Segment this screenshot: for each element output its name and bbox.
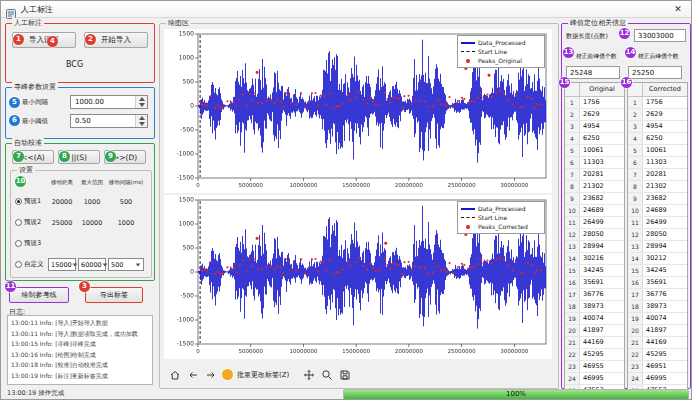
peak-value-cell[interactable]: 30212	[643, 253, 687, 264]
chevron-down-icon[interactable]	[136, 263, 141, 266]
peak-value-cell[interactable]: 46951	[643, 361, 687, 372]
table-row[interactable]: 2346951	[628, 361, 687, 373]
table-row[interactable]: 2245295	[628, 349, 687, 361]
table-row[interactable]: 1534245	[565, 265, 624, 277]
table-row[interactable]: 1736776	[565, 289, 624, 301]
custom-value-input-3[interactable]: 500	[108, 258, 144, 271]
custom-value-input-2[interactable]: 60000	[78, 258, 106, 271]
peak-value-cell[interactable]: 38973	[580, 301, 624, 312]
batch-edit-labels-button[interactable]: 批量更改标签(Z)	[237, 370, 289, 380]
peak-value-cell[interactable]: 45295	[580, 349, 624, 360]
table-row[interactable]: 510061	[628, 145, 687, 157]
peak-value-cell[interactable]: 11303	[580, 157, 624, 168]
table-row[interactable]: 46250	[565, 133, 624, 145]
preset-radio-1[interactable]: 预设1	[13, 197, 47, 206]
table-row[interactable]: 1838973	[628, 301, 687, 313]
draw-reference-button[interactable]: 绘制参考线	[9, 287, 69, 303]
table-row[interactable]: 1430212	[628, 253, 687, 265]
peak-value-cell[interactable]: 1756	[580, 97, 624, 108]
peak-value-cell[interactable]: 1756	[643, 97, 687, 108]
peak-value-cell[interactable]: 23682	[580, 193, 624, 204]
table-row[interactable]: 2346955	[565, 361, 624, 373]
table-row[interactable]: 2144169	[628, 337, 687, 349]
table-row[interactable]: 1328994	[565, 241, 624, 253]
peak-value-cell[interactable]: 4954	[580, 121, 624, 132]
peak-value-cell[interactable]: 30216	[580, 253, 624, 264]
table-row[interactable]: 821302	[628, 181, 687, 193]
peak-value-cell[interactable]: 41897	[643, 325, 687, 336]
peak-value-cell[interactable]: 11303	[643, 157, 687, 168]
table-row[interactable]: 1635691	[565, 277, 624, 289]
peak-value-cell[interactable]: 6250	[580, 133, 624, 144]
preset-radio-2[interactable]: 预设2	[13, 218, 47, 227]
table-row[interactable]: 1228050	[565, 229, 624, 241]
table-row[interactable]: 22629	[628, 109, 687, 121]
custom-value-input-1[interactable]: 15000	[48, 258, 76, 271]
peak-value-cell[interactable]: 41897	[580, 325, 624, 336]
peak-value-cell[interactable]: 28994	[580, 241, 624, 252]
save-icon[interactable]	[337, 367, 353, 383]
forward-arrow-icon[interactable]	[203, 367, 219, 383]
peak-value-cell[interactable]: 46955	[580, 361, 624, 372]
table-row[interactable]: 2041897	[565, 325, 624, 337]
min-interval-spinbox[interactable]: 1000.00	[70, 95, 148, 109]
table-row[interactable]: 1635691	[628, 277, 687, 289]
peak-value-cell[interactable]: 4954	[643, 121, 687, 132]
peak-value-cell[interactable]: 28994	[643, 241, 687, 252]
peak-value-cell[interactable]: 24689	[643, 205, 687, 216]
peak-value-cell[interactable]: 20281	[580, 169, 624, 180]
table-row[interactable]: 1940074	[628, 313, 687, 325]
pan-icon[interactable]	[301, 367, 317, 383]
home-icon[interactable]	[167, 367, 183, 383]
table-row[interactable]: 11756	[628, 97, 687, 109]
table-row[interactable]: 821302	[565, 181, 624, 193]
table-row[interactable]: 1430216	[565, 253, 624, 265]
table-row[interactable]: 2245295	[565, 349, 624, 361]
peak-value-cell[interactable]: 26499	[643, 217, 687, 228]
peak-value-cell[interactable]: 34245	[643, 265, 687, 276]
table-row[interactable]: 611303	[565, 157, 624, 169]
peak-value-cell[interactable]: 26499	[580, 217, 624, 228]
table-row[interactable]: 510061	[565, 145, 624, 157]
radio-icon[interactable]	[15, 261, 22, 268]
peak-value-cell[interactable]: 36776	[643, 289, 687, 300]
table-row[interactable]: 1940074	[565, 313, 624, 325]
peak-value-cell[interactable]: 44169	[580, 337, 624, 348]
peak-value-cell[interactable]: 10061	[643, 145, 687, 156]
table-row[interactable]: 720281	[565, 169, 624, 181]
table-row[interactable]: 1126499	[565, 217, 624, 229]
radio-icon[interactable]	[15, 198, 22, 205]
table-row[interactable]: 1024689	[565, 205, 624, 217]
table-row[interactable]: 1534245	[628, 265, 687, 277]
peak-value-cell[interactable]: 28050	[643, 229, 687, 240]
chevron-down-icon[interactable]	[72, 263, 77, 266]
table-row[interactable]: 1126499	[628, 217, 687, 229]
back-arrow-icon[interactable]	[185, 367, 201, 383]
table-row[interactable]: 2041897	[628, 325, 687, 337]
table-row[interactable]: 1328994	[628, 241, 687, 253]
spin-arrows-icon[interactable]	[135, 115, 147, 127]
table-row[interactable]: 611303	[628, 157, 687, 169]
peak-value-cell[interactable]: 46995	[643, 373, 687, 384]
table-row[interactable]: 34954	[565, 121, 624, 133]
table-row[interactable]: 923682	[565, 193, 624, 205]
radio-icon[interactable]	[15, 240, 22, 247]
radio-icon[interactable]	[15, 219, 22, 226]
chevron-down-icon[interactable]	[102, 263, 107, 266]
original-peaks-table[interactable]: Original11756226293495446250510061611303…	[564, 82, 625, 400]
preset-radio-3[interactable]: 预设3	[13, 239, 47, 248]
close-button[interactable]: ✕	[665, 1, 691, 17]
peak-value-cell[interactable]: 24689	[580, 205, 624, 216]
table-row[interactable]: 720281	[628, 169, 687, 181]
table-row[interactable]: 22629	[565, 109, 624, 121]
peak-value-cell[interactable]: 40074	[643, 313, 687, 324]
peak-value-cell[interactable]: 45295	[643, 349, 687, 360]
spin-arrows-icon[interactable]	[135, 96, 147, 108]
peak-value-cell[interactable]: 2629	[643, 109, 687, 120]
peak-value-cell[interactable]: 36776	[580, 289, 624, 300]
peak-value-cell[interactable]: 20281	[643, 169, 687, 180]
peak-value-cell[interactable]: 46995	[580, 373, 624, 384]
table-row[interactable]: 11756	[565, 97, 624, 109]
peak-value-cell[interactable]: 21302	[580, 181, 624, 192]
peak-value-cell[interactable]: 34245	[580, 265, 624, 276]
